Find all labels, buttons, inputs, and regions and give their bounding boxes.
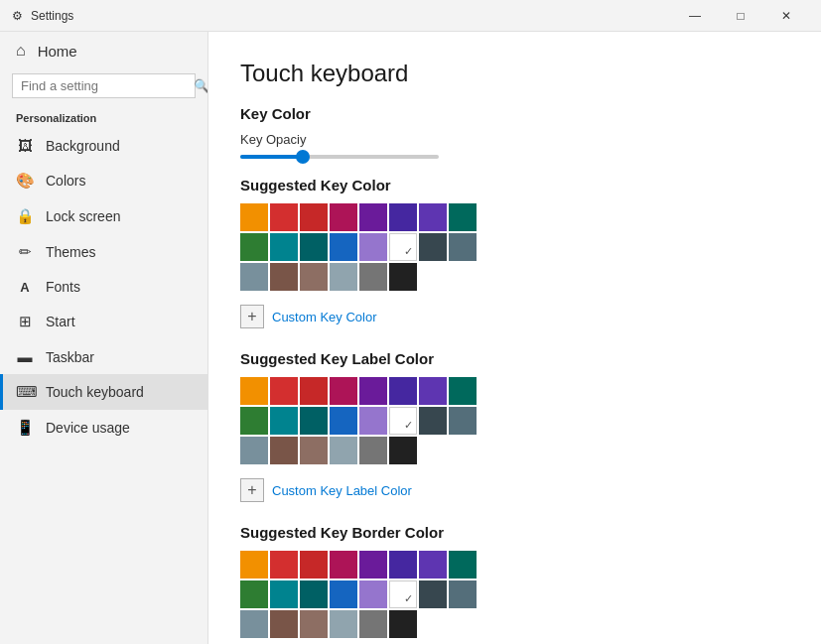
color-swatch[interactable] [449,551,477,579]
sidebar-item-start[interactable]: ⊞ Start [0,304,207,339]
color-swatch[interactable] [270,233,298,261]
key-border-color-grid [240,551,479,638]
color-swatch[interactable] [359,551,387,579]
page-title: Touch keyboard [240,60,789,87]
color-swatch[interactable] [389,551,417,579]
color-swatch[interactable] [270,580,298,608]
sidebar-item-fonts[interactable]: A Fonts [0,270,207,304]
color-swatch[interactable] [300,437,328,464]
sidebar-item-taskbar[interactable]: ▬ Taskbar [0,339,207,374]
themes-icon: ✏ [16,243,34,261]
color-swatch[interactable] [240,263,268,291]
color-swatch-white-selected[interactable] [389,407,417,435]
color-swatch[interactable] [419,203,447,231]
color-swatch[interactable] [359,437,387,464]
key-color-title: Key Color [240,105,789,122]
color-swatch-white-selected[interactable] [389,580,417,608]
color-swatch[interactable] [419,551,447,579]
color-swatch[interactable] [359,203,387,231]
color-swatch[interactable] [240,233,268,261]
color-swatch[interactable] [240,437,268,464]
opacity-slider-container: Key Opaciy [240,132,789,159]
color-swatch[interactable] [240,377,268,405]
color-swatch[interactable] [270,407,298,435]
color-swatch[interactable] [300,551,328,579]
close-button[interactable]: ✕ [763,0,809,32]
settings-icon: ⚙ [12,9,23,23]
color-swatch[interactable] [300,233,328,261]
colors-icon: 🎨 [16,172,34,190]
color-swatch[interactable] [330,263,357,291]
color-swatch[interactable] [449,203,477,231]
color-swatch[interactable] [270,551,298,579]
color-swatch[interactable] [270,437,298,464]
titlebar-title: Settings [31,9,73,23]
color-swatch[interactable] [300,407,328,435]
color-swatch-black[interactable] [389,610,417,638]
color-swatch[interactable] [300,203,328,231]
sidebar-item-label: Start [46,314,75,329]
color-swatch[interactable] [419,580,447,608]
suggested-key-border-color-label: Suggested Key Border Color [240,524,789,541]
color-swatch[interactable] [270,263,298,291]
color-swatch[interactable] [449,377,477,405]
search-input[interactable] [21,78,188,93]
color-swatch[interactable] [270,610,298,638]
color-swatch[interactable] [359,580,387,608]
color-swatch[interactable] [419,407,447,435]
color-swatch[interactable] [330,233,357,261]
sidebar-item-label: Background [46,138,120,154]
custom-key-color-btn[interactable]: + Custom Key Color [240,305,789,328]
color-swatch[interactable] [330,407,357,435]
search-icon: 🔍 [194,78,208,93]
color-swatch[interactable] [240,407,268,435]
start-icon: ⊞ [16,313,34,330]
minimize-button[interactable]: — [672,0,718,32]
color-swatch[interactable] [270,377,298,405]
color-swatch[interactable] [449,580,477,608]
color-swatch[interactable] [300,263,328,291]
color-swatch[interactable] [419,377,447,405]
color-swatch[interactable] [300,580,328,608]
sidebar-item-background[interactable]: 🖼 Background [0,128,207,163]
color-swatch[interactable] [359,610,387,638]
sidebar-item-touch-keyboard[interactable]: ⌨ Touch keyboard [0,374,207,410]
color-swatch[interactable] [389,203,417,231]
color-swatch[interactable] [270,203,298,231]
color-swatch[interactable] [359,233,387,261]
color-swatch-black[interactable] [389,263,417,291]
sidebar-item-lock-screen[interactable]: 🔒 Lock screen [0,198,207,234]
key-color-grid [240,203,479,291]
color-swatch-black[interactable] [389,437,417,464]
color-swatch[interactable] [330,551,357,579]
color-swatch[interactable] [330,610,357,638]
sidebar-item-device-usage[interactable]: 📱 Device usage [0,410,207,446]
color-swatch[interactable] [359,377,387,405]
color-swatch[interactable] [330,203,357,231]
sidebar-item-themes[interactable]: ✏ Themes [0,234,207,270]
color-swatch[interactable] [359,263,387,291]
custom-key-label-color-btn[interactable]: + Custom Key Label Color [240,478,789,502]
sidebar-item-home[interactable]: ⌂ Home [0,32,207,69]
color-swatch[interactable] [300,377,328,405]
color-swatch[interactable] [240,610,268,638]
color-swatch[interactable] [330,437,357,464]
color-swatch[interactable] [240,551,268,579]
color-swatch-white-selected[interactable] [389,233,417,261]
color-swatch[interactable] [300,610,328,638]
color-swatch[interactable] [359,407,387,435]
slider-thumb[interactable] [296,150,310,164]
color-swatch[interactable] [240,580,268,608]
sidebar-item-label: Device usage [46,420,130,436]
device-usage-icon: 📱 [16,419,34,437]
color-swatch[interactable] [330,377,357,405]
sidebar-item-colors[interactable]: 🎨 Colors [0,163,207,198]
color-swatch[interactable] [449,233,477,261]
color-swatch[interactable] [449,407,477,435]
color-swatch[interactable] [240,203,268,231]
color-swatch[interactable] [330,580,357,608]
color-swatch[interactable] [419,233,447,261]
key-label-color-section: Suggested Key Label Color [240,350,789,502]
color-swatch[interactable] [389,377,417,405]
maximize-button[interactable]: □ [718,0,763,32]
